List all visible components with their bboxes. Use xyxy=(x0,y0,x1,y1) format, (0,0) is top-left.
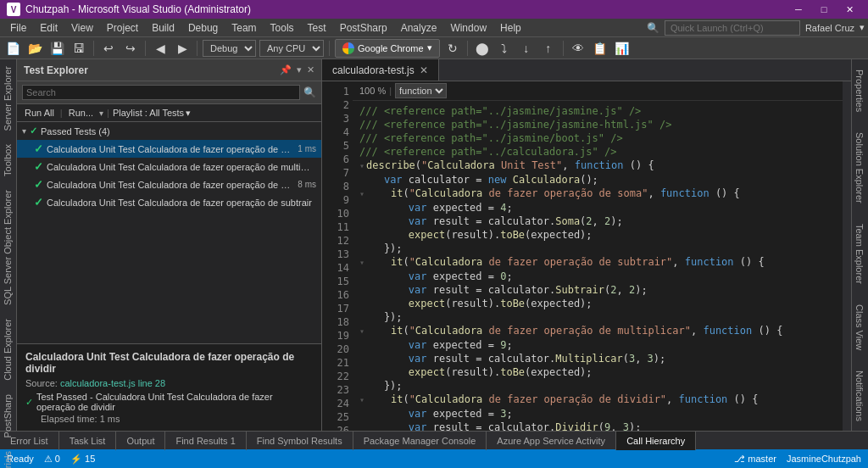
watch-btn[interactable]: 👁 xyxy=(569,39,587,58)
server-explorer-tab[interactable]: Server Explorer xyxy=(0,59,16,137)
sep5 xyxy=(467,41,468,56)
forward-btn[interactable]: ▶ xyxy=(173,39,192,58)
find-symbol-results-tab[interactable]: Find Symbol Results xyxy=(247,432,353,450)
search-icon[interactable]: 🔍 xyxy=(303,86,316,98)
panel-dropdown-btn[interactable]: ▾ xyxy=(297,64,302,75)
close-button[interactable]: ✕ xyxy=(837,0,861,19)
test-item-2[interactable]: ✓ Calculadora Unit Test Calculadora de f… xyxy=(17,176,321,193)
minimize-button[interactable]: ─ xyxy=(787,0,810,19)
test-item-0[interactable]: ✓ Calculadora Unit Test Calculadora de f… xyxy=(17,140,321,158)
toolbar-1: 📄 📂 💾 🖫 ↩ ↪ ◀ ▶ Debug Any CPU Google Chr… xyxy=(0,37,868,59)
maximize-button[interactable]: □ xyxy=(812,0,836,19)
azure-app-service-tab[interactable]: Azure App Service Activity xyxy=(487,432,616,450)
code-line: var calculator = new Calculadora(); xyxy=(359,173,836,187)
zoom-level: 100 % xyxy=(359,86,386,96)
sql-server-tab[interactable]: SQL Server Object Explorer xyxy=(0,183,16,312)
search-box: 🔍 xyxy=(17,81,321,104)
menu-help[interactable]: Help xyxy=(493,19,528,37)
menu-build[interactable]: Build xyxy=(145,19,181,37)
test-item-3[interactable]: ✓ Calculadora Unit Test Calculadora de f… xyxy=(17,193,321,211)
source-link[interactable]: calculadora-test.js line 28 xyxy=(60,378,165,388)
code-line: /// <reference path="../calculadora.js" … xyxy=(359,145,836,159)
line-number: 7 xyxy=(322,166,349,180)
menu-debug[interactable]: Debug xyxy=(181,19,225,37)
menu-tools[interactable]: Tools xyxy=(264,19,301,37)
status-right: ⎇ master JasmineChutzpah xyxy=(734,454,861,465)
debug-dropdown[interactable]: Debug xyxy=(203,40,256,57)
code-line: var expected = 0; xyxy=(359,270,836,283)
chrome-start-btn[interactable]: Google Chrome ▾ xyxy=(335,39,440,58)
detail-source: Source: calculadora-test.js line 28 xyxy=(25,378,313,388)
package-manager-tab[interactable]: Package Manager Console xyxy=(353,432,487,450)
save-all-btn[interactable]: 🖫 xyxy=(70,39,88,58)
platform-dropdown[interactable]: Any CPU xyxy=(259,40,324,57)
quick-launch-input[interactable] xyxy=(665,20,800,36)
task-list-tab[interactable]: Task List xyxy=(59,432,117,450)
run-dropdown-icon[interactable]: ▾ xyxy=(99,109,103,118)
line-numbers: 1234567891011121314151617181920212223242… xyxy=(322,81,353,431)
run-all-btn[interactable]: Run All xyxy=(22,107,57,119)
tab-close-0[interactable]: ✕ xyxy=(420,64,428,76)
menu-test[interactable]: Test xyxy=(301,19,333,37)
call-hierarchy-tab[interactable]: Call Hierarchy xyxy=(616,432,696,450)
warning-indicator: ⚡ 15 xyxy=(70,454,95,465)
editor-tab-0[interactable]: calculadora-test.js ✕ xyxy=(322,59,439,81)
tutorials-tab[interactable]: Tutorials xyxy=(0,444,16,468)
solution-explorer-tab[interactable]: Solution Explorer xyxy=(852,122,868,214)
sep6 xyxy=(563,41,564,56)
test-label-0: Calculadora Unit Test Calculadora de faz… xyxy=(47,144,294,154)
code-line: var result = calculator.Subtrair(2, 2); xyxy=(359,283,836,297)
step-into-btn[interactable]: ↓ xyxy=(517,39,536,58)
editor-tabs: calculadora-test.js ✕ xyxy=(322,59,851,81)
menu-window[interactable]: Window xyxy=(443,19,493,37)
line-number: 22 xyxy=(322,370,349,383)
code-line: /// <reference path="../jasmine/jasmine-… xyxy=(359,118,836,131)
passed-header[interactable]: ▾ ✓ Passed Tests (4) xyxy=(17,122,321,140)
menu-edit[interactable]: Edit xyxy=(33,19,64,37)
menu-view[interactable]: View xyxy=(64,19,100,37)
notifications-tab[interactable]: Notifications xyxy=(852,360,868,432)
back-btn[interactable]: ◀ xyxy=(151,39,170,58)
menu-file[interactable]: File xyxy=(3,19,33,37)
error-indicator: ⚠ 0 xyxy=(44,454,60,465)
menu-project[interactable]: Project xyxy=(100,19,145,37)
save-btn[interactable]: 💾 xyxy=(47,39,66,58)
refresh-btn[interactable]: ↻ xyxy=(443,39,462,58)
step-out-btn[interactable]: ↑ xyxy=(539,39,558,58)
menu-postsharp[interactable]: PostSharp xyxy=(333,19,394,37)
chrome-icon xyxy=(342,42,354,54)
panel-close-btn[interactable]: ✕ xyxy=(307,64,314,75)
callstack-btn[interactable]: 📊 xyxy=(613,39,632,58)
line-number: 14 xyxy=(322,261,349,275)
member-dropdown[interactable]: function xyxy=(395,83,447,98)
toolbox-tab[interactable]: Toolbox xyxy=(0,137,16,183)
test-item-1[interactable]: ✓ Calculadora Unit Test Calculadora de f… xyxy=(17,158,321,176)
locals-btn[interactable]: 📋 xyxy=(591,39,609,58)
search-input[interactable] xyxy=(22,85,300,100)
zoom-bar: 100 % | function xyxy=(353,81,843,101)
team-explorer-tab[interactable]: Team Explorer xyxy=(852,214,868,294)
step-over-btn[interactable]: ⤵ xyxy=(495,39,514,58)
playlist-btn[interactable]: Playlist : All Tests ▾ xyxy=(113,108,191,119)
cloud-explorer-tab[interactable]: Cloud Explorer xyxy=(0,312,16,387)
find-results-1-tab[interactable]: Find Results 1 xyxy=(165,432,246,450)
breakpoint-btn[interactable]: ⬤ xyxy=(473,39,492,58)
pin-btn[interactable]: 📌 xyxy=(280,64,292,75)
pass-icon-2: ✓ xyxy=(34,178,43,191)
undo-btn[interactable]: ↩ xyxy=(99,39,118,58)
new-project-btn[interactable]: 📄 xyxy=(3,39,22,58)
line-number: 2 xyxy=(322,98,349,112)
code-content[interactable]: 100 % | function /// <reference path="..… xyxy=(353,81,843,431)
output-tab[interactable]: Output xyxy=(116,432,165,450)
code-line: var result = calculator.Multiplicar(3, 3… xyxy=(359,352,836,365)
run-btn[interactable]: Run... xyxy=(66,107,96,119)
open-btn[interactable]: 📂 xyxy=(25,39,44,58)
code-line: var expected = 9; xyxy=(359,338,836,352)
menu-team[interactable]: Team xyxy=(225,19,263,37)
properties-tab[interactable]: Properties xyxy=(852,59,868,122)
class-view-tab[interactable]: Class View xyxy=(852,294,868,360)
redo-btn[interactable]: ↪ xyxy=(121,39,140,58)
menu-analyze[interactable]: Analyze xyxy=(394,19,444,37)
scrollbar-mini[interactable] xyxy=(843,81,851,431)
postsharp-tab[interactable]: PostSharp xyxy=(0,387,16,444)
